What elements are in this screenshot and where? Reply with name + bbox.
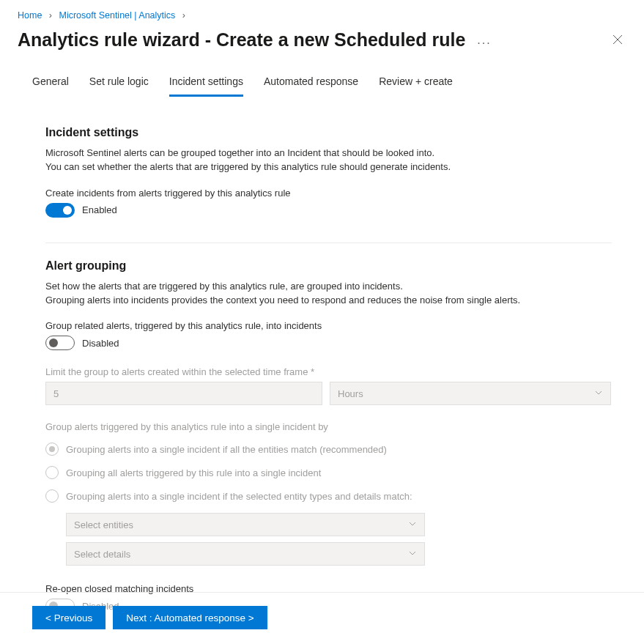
alert-grouping-description: Set how the alerts that are triggered by… (45, 280, 612, 308)
previous-button[interactable]: < Previous (32, 606, 106, 629)
tab-incident-settings[interactable]: Incident settings (169, 75, 243, 97)
tabs: General Set rule logic Incident settings… (0, 51, 644, 97)
limit-value-input[interactable]: 5 (45, 382, 322, 405)
tab-general[interactable]: General (32, 75, 69, 97)
create-incidents-state: Enabled (82, 204, 117, 215)
create-incidents-toggle[interactable] (45, 203, 75, 218)
create-incidents-label: Create incidents from alerts triggered b… (45, 188, 612, 199)
tab-automated-response[interactable]: Automated response (264, 75, 358, 97)
radio-icon (45, 466, 59, 479)
close-button[interactable] (609, 31, 626, 48)
group-related-state: Disabled (82, 338, 119, 349)
group-related-toggle[interactable] (45, 336, 75, 350)
chevron-right-icon: › (49, 10, 52, 21)
group-related-label: Group related alerts, triggered by this … (45, 320, 612, 331)
radio-entities-match[interactable]: Grouping alerts into a single incident i… (45, 443, 612, 456)
limit-unit-select[interactable]: Hours (330, 382, 611, 405)
incident-settings-description: Microsoft Sentinel alerts can be grouped… (45, 147, 612, 174)
page-title: Analytics rule wizard - Create a new Sch… (18, 29, 465, 51)
chevron-down-icon (594, 388, 603, 399)
next-button[interactable]: Next : Automated response > (113, 606, 267, 629)
more-icon[interactable]: ··· (477, 29, 491, 50)
breadcrumb: Home › Microsoft Sentinel | Analytics › (0, 0, 644, 23)
incident-settings-heading: Incident settings (45, 126, 612, 139)
limit-timeframe-label: Limit the group to alerts created within… (45, 366, 612, 377)
tab-set-rule-logic[interactable]: Set rule logic (89, 75, 149, 97)
breadcrumb-sentinel[interactable]: Microsoft Sentinel | Analytics (59, 10, 175, 21)
chevron-right-icon: › (182, 10, 185, 21)
radio-all-alerts[interactable]: Grouping all alerts triggered by this ru… (45, 466, 612, 479)
alert-grouping-heading: Alert grouping (45, 259, 612, 273)
groupby-label: Group alerts triggered by this analytics… (45, 421, 612, 432)
tab-review-create[interactable]: Review + create (379, 75, 453, 97)
radio-selected-types[interactable]: Grouping alerts into a single incident i… (45, 489, 612, 503)
footer: < Previous Next : Automated response > (0, 592, 644, 629)
radio-icon (45, 489, 59, 503)
breadcrumb-home[interactable]: Home (18, 10, 42, 21)
chevron-down-icon (408, 549, 417, 560)
select-entities[interactable]: Select entities (66, 513, 425, 536)
divider (45, 243, 612, 243)
radio-icon (45, 443, 59, 456)
chevron-down-icon (408, 519, 417, 530)
select-details[interactable]: Select details (66, 542, 425, 566)
close-icon (612, 34, 623, 45)
